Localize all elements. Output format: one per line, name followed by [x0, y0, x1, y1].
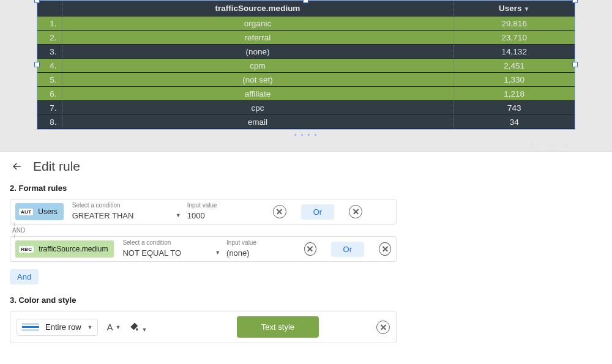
edit-rule-panel: Edit rule 2. Format rules AUT Users Sele… — [0, 151, 612, 364]
resize-dots-icon[interactable]: • • • • — [37, 130, 575, 138]
fill-color-control[interactable]: ▼ — [129, 322, 147, 333]
cell-users: 743 — [453, 101, 575, 115]
row-index: 3. — [37, 45, 62, 59]
pagination-label: 1 – — [530, 141, 540, 149]
add-and-button[interactable]: And — [10, 269, 39, 284]
clear-value-button[interactable] — [273, 205, 286, 218]
paint-bucket-icon — [129, 322, 140, 333]
row-index: 2. — [37, 31, 62, 45]
chevron-down-icon: ▼ — [115, 324, 121, 330]
cell-users: 1,330 — [453, 73, 575, 87]
rule-row: AUT Users Select a condition GREATER THA… — [10, 199, 397, 225]
section-color-style: 3. Color and style — [0, 293, 612, 311]
chip-tag: RBC — [19, 246, 34, 253]
target-label: Entire row — [45, 322, 81, 332]
cell-users: 34 — [453, 115, 575, 129]
field-chip-users[interactable]: AUT Users — [15, 203, 64, 220]
row-index: 4. — [37, 59, 62, 73]
condition-label: Select a condition — [72, 202, 121, 209]
next-page-icon[interactable]: › — [565, 140, 568, 150]
table-row[interactable]: 5.(not set)1,330 — [37, 73, 575, 87]
row-index: 8. — [37, 115, 62, 129]
chevron-down-icon: ▼ — [141, 327, 147, 333]
selection-handle[interactable] — [303, 0, 308, 3]
section-format-rules: 2. Format rules — [0, 181, 612, 199]
table-row[interactable]: 4.cpm2,451 — [37, 59, 575, 73]
panel-title: Edit rule — [33, 159, 80, 174]
prev-page-icon[interactable]: ‹ — [551, 140, 554, 150]
chevron-down-icon: ▼ — [215, 250, 220, 256]
table-row[interactable]: 8.email34 — [37, 115, 575, 129]
cell-medium: email — [62, 115, 453, 129]
entire-row-icon — [22, 322, 39, 333]
cell-medium: cpc — [62, 101, 453, 115]
header-index — [37, 1, 62, 17]
selection-handle[interactable] — [34, 0, 40, 3]
cell-medium: (none) — [62, 45, 453, 59]
value-label: Input value — [226, 239, 256, 246]
chevron-down-icon: ▼ — [88, 324, 93, 330]
header-medium[interactable]: trafficSource.medium — [62, 1, 453, 17]
cell-users: 2,451 — [453, 59, 575, 73]
style-row: Entire row ▼ A ▼ ▼ Text style — [10, 311, 397, 343]
clear-value-button[interactable] — [304, 242, 316, 256]
delete-rule-button[interactable] — [349, 205, 362, 218]
cell-medium: organic — [62, 17, 453, 31]
or-button[interactable]: Or — [331, 242, 364, 257]
row-index: 7. — [37, 101, 62, 115]
condition-label: Select a condition — [122, 239, 171, 246]
chip-label: trafficSource.medium — [39, 245, 108, 253]
cell-users: 1,218 — [453, 87, 575, 101]
cell-medium: affiliate — [62, 87, 453, 101]
sort-desc-icon: ▼ — [524, 6, 530, 12]
or-button[interactable]: Or — [301, 204, 334, 220]
chip-label: Users — [38, 207, 57, 216]
header-users[interactable]: Users▼ — [453, 1, 575, 17]
font-color-control[interactable]: A ▼ — [106, 322, 121, 332]
field-chip-medium[interactable]: RBC trafficSource.medium — [15, 240, 114, 258]
cell-medium: (not set) — [62, 73, 453, 87]
and-connector: AND — [12, 227, 612, 234]
table-row[interactable]: 7.cpc743 — [37, 101, 575, 115]
reset-style-button[interactable] — [376, 321, 390, 334]
cell-medium: cpm — [62, 59, 453, 73]
rule-row: RBC trafficSource.medium Select a condit… — [10, 236, 397, 262]
cell-medium: referral — [62, 31, 453, 45]
table-row[interactable]: 1.organic29,816 — [37, 17, 575, 31]
format-target-select[interactable]: Entire row ▼ — [17, 319, 98, 336]
selection-handle[interactable] — [34, 62, 40, 67]
chevron-down-icon: ▼ — [176, 212, 181, 218]
value-label: Input value — [187, 202, 217, 209]
table-row[interactable]: 6.affiliate1,218 — [37, 87, 575, 101]
row-index: 6. — [37, 87, 62, 101]
table-row[interactable]: 2.referral23,710 — [37, 31, 575, 45]
selection-handle[interactable] — [572, 0, 578, 3]
text-style-button[interactable]: Text style — [237, 316, 319, 338]
row-index: 5. — [37, 73, 62, 87]
cell-users: 29,816 — [453, 17, 575, 31]
chip-tag: AUT — [19, 209, 33, 215]
report-table[interactable]: trafficSource.medium Users▼ 1.organic29,… — [37, 0, 575, 130]
back-button[interactable] — [11, 160, 23, 173]
selection-handle[interactable] — [572, 62, 578, 67]
cell-users: 14,132 — [453, 45, 575, 59]
cell-users: 23,710 — [453, 31, 575, 45]
table-row[interactable]: 3.(none)14,132 — [37, 45, 575, 59]
row-index: 1. — [37, 17, 62, 31]
delete-rule-button[interactable] — [379, 242, 391, 256]
